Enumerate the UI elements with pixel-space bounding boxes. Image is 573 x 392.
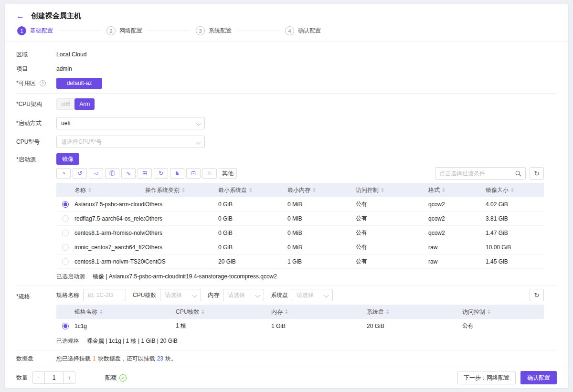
image-row[interactable]: redflag7.5-aarch64-os_release_c... Other… xyxy=(56,212,544,226)
column-flavor-cpu: CPU核数 xyxy=(176,308,199,316)
column-os: 操作系统类别 xyxy=(145,186,180,194)
image-name: centos8.1-arm-fromiso-nolvm-TS... xyxy=(74,230,145,236)
refresh-icon[interactable]: ↻ xyxy=(530,289,544,301)
image-row[interactable]: Asianux7.5-psbc-arm-cloudinit19... Other… xyxy=(56,197,544,212)
windows-icon[interactable]: ⊞ xyxy=(138,168,152,179)
radio-unselected[interactable] xyxy=(62,230,69,236)
cpu-model-label: CPU型号 xyxy=(16,138,56,146)
oracle-icon[interactable]: ⊡ xyxy=(186,168,201,179)
column-min-disk: 最小系统盘 xyxy=(218,186,247,194)
ubuntu-icon[interactable]: ◔ xyxy=(56,168,71,179)
cpu-model-select[interactable]: 请选择CPU型号 xyxy=(56,136,205,148)
arch-x86-button[interactable]: x86 xyxy=(56,98,75,110)
increment-button[interactable]: + xyxy=(63,371,75,384)
boot-source-image-tab[interactable]: 镜像 xyxy=(56,153,79,165)
fedora-icon[interactable]: Ⓕ xyxy=(105,168,119,179)
image-format: qcow2 xyxy=(428,215,486,222)
sort-icon[interactable] xyxy=(488,309,490,314)
step-network-config[interactable]: 2 网络配置 xyxy=(106,26,142,35)
section-divider xyxy=(16,286,557,286)
image-min-disk: 0 GiB xyxy=(218,215,287,222)
remaining-count: 23 xyxy=(157,355,163,362)
column-min-mem: 最小内存 xyxy=(287,186,310,194)
back-arrow-icon[interactable]: ← xyxy=(16,12,24,20)
image-filter-search[interactable] xyxy=(435,167,526,180)
radio-selected[interactable] xyxy=(62,323,69,329)
search-input[interactable] xyxy=(439,170,512,177)
sort-icon[interactable] xyxy=(100,309,103,314)
image-min-mem: 0 MiB xyxy=(287,215,356,222)
image-access: 公有 xyxy=(356,214,428,222)
image-min-disk: 20 GiB xyxy=(218,258,287,265)
confirm-config-button[interactable]: 确认配置 xyxy=(520,371,557,384)
flavor-mem-placeholder: 请选择 xyxy=(228,291,245,299)
radio-unselected[interactable] xyxy=(62,215,69,222)
image-min-disk: 0 GiB xyxy=(218,244,287,251)
flavor-cpu-select[interactable]: 请选择 xyxy=(160,289,201,301)
refresh-icon[interactable]: ↻ xyxy=(530,167,544,180)
chevron-down-icon xyxy=(192,293,197,298)
sort-icon[interactable] xyxy=(202,309,204,314)
os-other-button[interactable]: 其他 xyxy=(219,168,237,179)
help-icon[interactable]: ? xyxy=(40,80,46,86)
opensuse-icon[interactable]: ↺ xyxy=(73,168,87,179)
image-row[interactable]: centos8.1-arm-nolvm-TS200_22... CentOS 2… xyxy=(56,254,544,269)
image-format: qcow2 xyxy=(428,201,486,208)
column-flavor-disk: 系统盘 xyxy=(367,308,384,316)
flavor-access: 公有 xyxy=(462,322,544,330)
sort-icon[interactable] xyxy=(442,188,445,192)
decrement-button[interactable]: − xyxy=(32,371,45,384)
image-row[interactable]: ironic_centos7_aarch64_ft2000_... Others… xyxy=(56,240,544,254)
cpu-arch-label: *CPU架构 xyxy=(16,100,56,108)
step-connector xyxy=(148,31,190,31)
sort-icon[interactable] xyxy=(285,309,288,314)
radio-selected[interactable] xyxy=(62,201,69,208)
image-row[interactable]: centos8.1-arm-fromiso-nolvm-TS... Others… xyxy=(56,226,544,240)
selected-boot-source: 已选启动源 镜像 | Asianux7.5-psbc-arm-cloudinit… xyxy=(56,270,557,283)
column-flavor-access: 访问控制 xyxy=(462,308,485,316)
flavor-row[interactable]: 1c1g 1 核 1 GiB 20 GiB 公有 xyxy=(56,319,544,333)
flavor-disk-select[interactable]: 请选择 xyxy=(292,289,333,301)
image-size: 3.81 GiB xyxy=(486,215,544,222)
centos-icon[interactable]: ◅ xyxy=(89,168,103,179)
sort-icon[interactable] xyxy=(88,188,91,192)
step-confirm-config[interactable]: 4 确认配置 xyxy=(285,26,321,35)
az-default-button[interactable]: default-az xyxy=(56,78,102,89)
step-label: 确认配置 xyxy=(298,27,321,35)
radio-unselected[interactable] xyxy=(62,258,69,265)
data-disk-label: 数据盘 xyxy=(16,353,56,367)
debian-icon[interactable]: ↻ xyxy=(154,168,168,179)
flavor-name-input[interactable] xyxy=(83,289,126,301)
quota-ok-icon: ✓ xyxy=(119,374,127,381)
step-number: 2 xyxy=(106,26,116,35)
project-value: admin xyxy=(56,65,72,72)
sort-icon[interactable] xyxy=(313,188,316,192)
data-disk-section: 数据盘 您已选择挂载 1 块数据盘，还可以挂载 23 块。 − 类型 ip-sa… xyxy=(16,353,557,367)
radio-unselected[interactable] xyxy=(62,244,69,251)
column-access: 访问控制 xyxy=(356,186,379,194)
column-name: 名称 xyxy=(74,186,86,194)
sort-icon[interactable] xyxy=(381,188,384,192)
sort-icon[interactable] xyxy=(182,188,185,192)
step-system-config[interactable]: 3 系统配置 xyxy=(196,26,232,35)
boot-mode-select[interactable]: uefi xyxy=(56,117,205,129)
sort-icon[interactable] xyxy=(511,188,514,192)
sort-icon[interactable] xyxy=(386,309,389,314)
mounted-count: 1 xyxy=(93,355,96,362)
suse-icon[interactable]: ∿ xyxy=(121,168,136,179)
flavor-disk: 20 GiB xyxy=(367,323,462,329)
image-size: 10.00 GiB xyxy=(486,244,544,251)
flavor-filter-row: 规格名称 CPU核数 请选择 内存 请选择 系统盘 请选择 xyxy=(56,289,544,301)
count-input[interactable] xyxy=(45,371,63,384)
sort-icon[interactable] xyxy=(249,188,252,192)
count-label: 数量 xyxy=(16,374,28,382)
kylin-icon[interactable]: ♘ xyxy=(202,168,217,179)
selected-flavor: 已选规格 裸金属 | 1c1g | 1 核 | 1 GiB | 20 GiB xyxy=(56,335,557,347)
redhat-icon[interactable]: ♞ xyxy=(170,168,184,179)
flavor-mem-select[interactable]: 请选择 xyxy=(223,289,264,301)
image-os: Others xyxy=(145,230,218,236)
arch-arm-button[interactable]: Arm xyxy=(74,98,95,110)
image-os: Others xyxy=(145,201,218,208)
next-step-button[interactable]: 下一步：网络配置 xyxy=(457,371,516,384)
step-basic-config[interactable]: 1 基础配置 xyxy=(17,26,53,35)
